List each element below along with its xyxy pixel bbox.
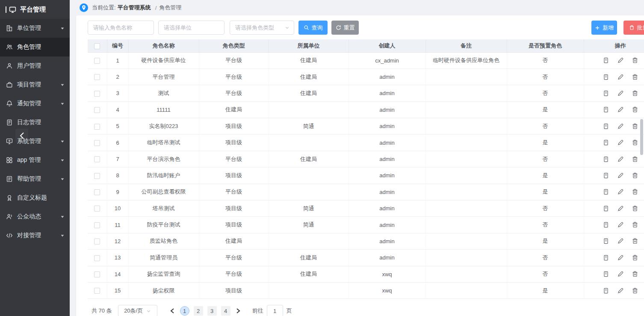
row-checkbox[interactable] xyxy=(94,173,100,179)
row-checkbox[interactable] xyxy=(94,189,100,195)
delete-icon[interactable] xyxy=(632,90,638,97)
detail-icon[interactable] xyxy=(603,90,609,97)
row-checkbox[interactable] xyxy=(94,288,100,294)
delete-icon[interactable] xyxy=(632,57,638,64)
detail-icon[interactable] xyxy=(603,106,609,113)
detail-icon[interactable] xyxy=(603,254,609,261)
sidebar-collapse-button[interactable] xyxy=(15,129,28,143)
edit-icon[interactable] xyxy=(617,106,624,113)
search-button[interactable]: 查询 xyxy=(298,21,328,35)
reset-button[interactable]: 重置 xyxy=(331,21,359,35)
pagination-next-button[interactable] xyxy=(233,305,244,316)
detail-icon[interactable] xyxy=(603,57,609,64)
delete-icon[interactable] xyxy=(632,271,638,277)
row-checkbox[interactable] xyxy=(94,140,100,146)
pagination-prev-button[interactable] xyxy=(167,305,178,316)
edit-icon[interactable] xyxy=(617,123,624,130)
row-checkbox[interactable] xyxy=(94,91,100,97)
detail-icon[interactable] xyxy=(603,271,609,277)
cell-role-name: 公司副总查看权限 xyxy=(128,184,199,200)
pagination-page-2[interactable]: 2 xyxy=(194,306,203,316)
sidebar-item-notice[interactable]: 通知管理 xyxy=(0,94,70,113)
sidebar-item-unit[interactable]: 单位管理 xyxy=(0,19,70,38)
detail-icon[interactable] xyxy=(603,74,609,80)
detail-icon[interactable] xyxy=(603,287,609,294)
sidebar-item-custom[interactable]: 自定义标题 xyxy=(0,188,70,207)
row-checkbox[interactable] xyxy=(94,124,100,130)
delete-icon[interactable] xyxy=(632,172,638,179)
cell-remark xyxy=(425,233,507,249)
delete-icon[interactable] xyxy=(632,287,638,294)
add-button[interactable]: 新增 xyxy=(591,21,617,35)
edit-icon[interactable] xyxy=(617,57,624,64)
role-type-select[interactable]: 请选择角色类型 xyxy=(230,21,294,35)
row-checkbox[interactable] xyxy=(94,238,100,244)
cell-creator: admin xyxy=(349,250,425,266)
edit-icon[interactable] xyxy=(617,287,624,294)
edit-icon[interactable] xyxy=(617,156,624,163)
sidebar-item-user[interactable]: 用户管理 xyxy=(0,57,70,75)
row-checkbox[interactable] xyxy=(94,271,100,277)
row-checkbox[interactable] xyxy=(94,206,100,212)
edit-icon[interactable] xyxy=(617,188,624,195)
delete-icon[interactable] xyxy=(632,238,638,244)
edit-icon[interactable] xyxy=(617,90,624,97)
batch-delete-button[interactable]: 批量删除 xyxy=(623,21,644,35)
edit-icon[interactable] xyxy=(617,221,624,228)
row-checkbox[interactable] xyxy=(94,255,100,261)
goto-page-input[interactable] xyxy=(267,305,283,316)
sidebar-item-connect[interactable]: 对接管理 xyxy=(0,226,70,245)
detail-icon[interactable] xyxy=(603,188,609,195)
vertical-scrollbar-thumb[interactable] xyxy=(640,119,643,155)
row-checkbox[interactable] xyxy=(94,74,100,80)
cell-role-name: 测试 xyxy=(128,85,199,101)
table-row: 2平台管理平台级住建局admin否 xyxy=(88,69,644,85)
edit-icon[interactable] xyxy=(617,238,624,244)
delete-icon[interactable] xyxy=(632,188,638,195)
sidebar-item-label: 日志管理 xyxy=(17,119,41,126)
detail-icon[interactable] xyxy=(603,139,609,146)
delete-icon[interactable] xyxy=(632,156,638,163)
edit-icon[interactable] xyxy=(617,254,624,261)
detail-icon[interactable] xyxy=(603,238,609,244)
edit-icon[interactable] xyxy=(617,172,624,179)
row-checkbox[interactable] xyxy=(94,58,100,64)
logo-divider xyxy=(6,6,6,13)
delete-icon[interactable] xyxy=(632,106,638,113)
detail-icon[interactable] xyxy=(603,172,609,179)
unit-input[interactable] xyxy=(158,21,225,35)
sidebar-item-public[interactable]: 公众动态 xyxy=(0,207,70,226)
edit-icon[interactable] xyxy=(617,139,624,146)
chevron-right-icon xyxy=(236,308,241,314)
sidebar-item-role[interactable]: 角色管理 xyxy=(0,38,70,57)
sidebar-item-project[interactable]: 项目管理 xyxy=(0,75,70,94)
select-all-checkbox[interactable] xyxy=(94,43,100,49)
sidebar-item-app[interactable]: app 管理 xyxy=(0,151,70,170)
sidebar-item-log[interactable]: 日志管理 xyxy=(0,113,70,132)
detail-icon[interactable] xyxy=(603,156,609,163)
pagination-page-3[interactable]: 3 xyxy=(207,306,217,316)
detail-icon[interactable] xyxy=(603,205,609,212)
delete-icon[interactable] xyxy=(632,74,638,80)
row-checkbox[interactable] xyxy=(94,107,100,113)
delete-icon[interactable] xyxy=(632,205,638,212)
edit-icon[interactable] xyxy=(617,271,624,277)
edit-icon[interactable] xyxy=(617,205,624,212)
detail-icon[interactable] xyxy=(603,221,609,228)
pagination-page-1[interactable]: 1 xyxy=(180,306,189,316)
delete-icon[interactable] xyxy=(632,221,638,228)
detail-icon[interactable] xyxy=(603,123,609,130)
row-checkbox[interactable] xyxy=(94,156,100,162)
edit-icon[interactable] xyxy=(617,74,624,80)
role-name-input[interactable] xyxy=(88,21,154,35)
page-size-select[interactable]: 20条/页 xyxy=(118,305,157,316)
sidebar-item-system[interactable]: 系统管理 xyxy=(0,132,70,151)
delete-icon[interactable] xyxy=(632,139,638,146)
delete-icon[interactable] xyxy=(632,254,638,261)
delete-icon[interactable] xyxy=(632,123,638,130)
sidebar-item-help[interactable]: 帮助管理 xyxy=(0,170,70,188)
breadcrumb-root[interactable]: 平台管理系统 xyxy=(118,4,151,12)
main-content: 当前位置: 平台管理系统 / 角色管理 请选择角色类型 查询 重置 新增 批量删… xyxy=(70,0,644,316)
pagination-page-4[interactable]: 4 xyxy=(221,306,230,316)
row-checkbox[interactable] xyxy=(94,222,100,228)
